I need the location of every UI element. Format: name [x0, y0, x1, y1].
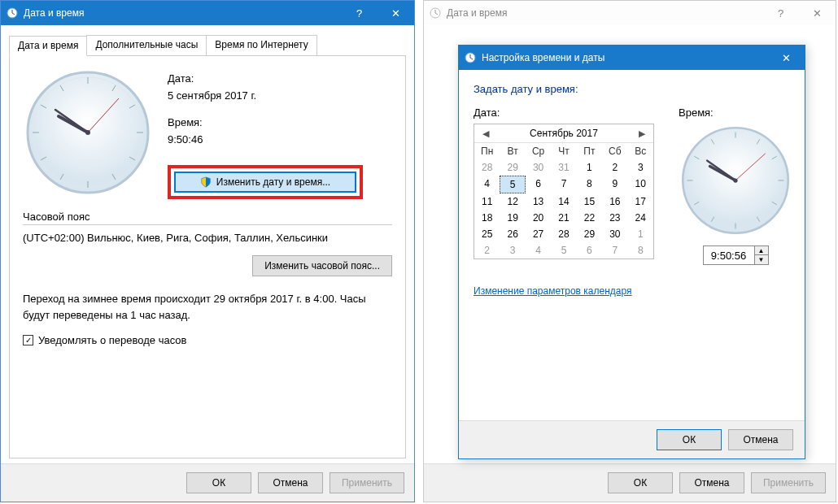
- dialog-titlebar[interactable]: Настройка времени и даты ✕: [459, 46, 805, 70]
- analog-clock: [679, 124, 792, 237]
- calendar-day[interactable]: 17: [628, 193, 653, 210]
- calendar-day[interactable]: 7: [551, 176, 576, 193]
- help-button[interactable]: ?: [762, 1, 799, 25]
- calendar-day[interactable]: 24: [628, 210, 653, 226]
- calendar-day[interactable]: 15: [577, 193, 602, 210]
- calendar-day[interactable]: 14: [551, 193, 576, 210]
- calendar-day[interactable]: 3: [500, 242, 525, 259]
- calendar-day[interactable]: 16: [602, 193, 627, 210]
- checkbox-icon[interactable]: ✓: [23, 335, 33, 345]
- calendar-day[interactable]: 28: [474, 159, 500, 176]
- calendar-day[interactable]: 1: [577, 159, 602, 176]
- cancel-button[interactable]: Отмена: [728, 429, 793, 450]
- titlebar[interactable]: Дата и время ? ✕: [424, 1, 836, 25]
- tab-internet-time[interactable]: Время по Интернету: [206, 35, 316, 55]
- close-button[interactable]: ✕: [799, 1, 836, 25]
- calendar[interactable]: ◀ Сентябрь 2017 ▶ ПнВтСрЧтПтСбВс28293031…: [474, 124, 654, 259]
- ok-button[interactable]: ОК: [657, 429, 722, 450]
- date-label: Дата:: [168, 72, 363, 85]
- time-spinner[interactable]: ▲ ▼: [703, 245, 769, 265]
- change-timezone-button[interactable]: Изменить часовой пояс...: [252, 255, 392, 276]
- apply-button[interactable]: Применить: [330, 472, 404, 493]
- calendar-day[interactable]: 26: [500, 226, 525, 242]
- titlebar[interactable]: Дата и время ? ✕: [1, 1, 414, 25]
- shield-icon: [200, 176, 212, 188]
- calendar-day[interactable]: 8: [628, 242, 653, 259]
- svg-point-18: [85, 130, 90, 135]
- calendar-day[interactable]: 30: [602, 226, 627, 242]
- calendar-day[interactable]: 7: [602, 242, 627, 259]
- date-value: 5 сентября 2017 г.: [168, 89, 363, 102]
- spin-down-button[interactable]: ▼: [755, 255, 768, 264]
- change-datetime-label: Изменить дату и время...: [216, 176, 330, 188]
- ok-button[interactable]: ОК: [608, 472, 673, 493]
- spin-up-button[interactable]: ▲: [755, 246, 768, 255]
- close-button[interactable]: ✕: [378, 1, 414, 25]
- calendar-day[interactable]: 4: [474, 176, 500, 193]
- analog-clock: [23, 67, 153, 198]
- calendar-day[interactable]: 30: [526, 159, 551, 176]
- calendar-day[interactable]: 27: [526, 226, 551, 242]
- calendar-day[interactable]: 21: [551, 210, 576, 226]
- calendar-day[interactable]: 1: [628, 226, 653, 242]
- calendar-day[interactable]: 25: [474, 226, 500, 242]
- datetime-icon: [6, 7, 19, 20]
- calendar-day[interactable]: 10: [628, 176, 653, 193]
- notify-checkbox-row[interactable]: ✓ Уведомлять о переводе часов: [23, 334, 392, 346]
- calendar-day[interactable]: 2: [474, 242, 500, 259]
- calendar-day[interactable]: 29: [500, 159, 525, 176]
- change-datetime-button[interactable]: Изменить дату и время...: [174, 172, 356, 193]
- svg-point-37: [733, 178, 737, 182]
- calendar-settings-link[interactable]: Изменение параметров календаря: [474, 285, 632, 297]
- calendar-day[interactable]: 23: [602, 210, 627, 226]
- close-button[interactable]: ✕: [768, 46, 805, 70]
- window-title: Дата и время: [24, 7, 341, 19]
- client-area: Дата и время Дополнительные часы Время п…: [1, 25, 414, 463]
- calendar-day[interactable]: 2: [602, 159, 627, 176]
- dialog-title: Настройка времени и даты: [482, 52, 768, 63]
- calendar-day[interactable]: 6: [577, 242, 602, 259]
- calendar-day[interactable]: 31: [551, 159, 576, 176]
- next-month-button[interactable]: ▶: [635, 128, 648, 139]
- dialog-heading: Задать дату и время:: [474, 83, 790, 95]
- calendar-day[interactable]: 20: [526, 210, 551, 226]
- ok-button[interactable]: ОК: [186, 472, 251, 493]
- notify-checkbox-label: Уведомлять о переводе часов: [38, 334, 186, 346]
- calendar-day[interactable]: 9: [602, 176, 627, 193]
- calendar-dow: Вс: [628, 143, 653, 159]
- calendar-day[interactable]: 18: [474, 210, 500, 226]
- calendar-day[interactable]: 22: [577, 210, 602, 226]
- datetime-settings-dialog: Настройка времени и даты ✕ Задать дату и…: [458, 45, 805, 459]
- cancel-button[interactable]: Отмена: [258, 472, 323, 493]
- prev-month-button[interactable]: ◀: [479, 128, 492, 139]
- tabs-row: Дата и время Дополнительные часы Время п…: [9, 35, 406, 56]
- calendar-dow: Сб: [602, 143, 627, 159]
- footer-buttons: ОК Отмена Применить: [424, 463, 836, 502]
- time-input[interactable]: [704, 246, 754, 264]
- help-button[interactable]: ?: [341, 1, 378, 25]
- dialog-footer: ОК Отмена: [459, 420, 805, 458]
- calendar-day[interactable]: 28: [551, 226, 576, 242]
- tab-datetime[interactable]: Дата и время: [9, 36, 87, 56]
- cancel-button[interactable]: Отмена: [679, 472, 744, 493]
- calendar-dow: Пт: [577, 143, 602, 159]
- timezone-section-label: Часовой пояс: [23, 211, 392, 225]
- time-column-label: Время:: [679, 106, 714, 119]
- time-value: 9:50:46: [168, 133, 363, 146]
- calendar-day[interactable]: 11: [474, 193, 500, 210]
- calendar-day[interactable]: 4: [526, 242, 551, 259]
- calendar-day[interactable]: 19: [500, 210, 525, 226]
- calendar-day-selected[interactable]: 5: [500, 176, 525, 193]
- calendar-day[interactable]: 3: [628, 159, 653, 176]
- window-title: Дата и время: [447, 7, 762, 19]
- tab-additional-clocks[interactable]: Дополнительные часы: [86, 35, 207, 55]
- calendar-day[interactable]: 5: [551, 242, 576, 259]
- calendar-day[interactable]: 13: [526, 193, 551, 210]
- calendar-month-label: Сентябрь 2017: [530, 128, 598, 139]
- calendar-day[interactable]: 6: [526, 176, 551, 193]
- calendar-dow: Пн: [474, 143, 500, 159]
- calendar-day[interactable]: 29: [577, 226, 602, 242]
- apply-button[interactable]: Применить: [751, 472, 826, 493]
- calendar-day[interactable]: 12: [500, 193, 525, 210]
- calendar-day[interactable]: 8: [577, 176, 602, 193]
